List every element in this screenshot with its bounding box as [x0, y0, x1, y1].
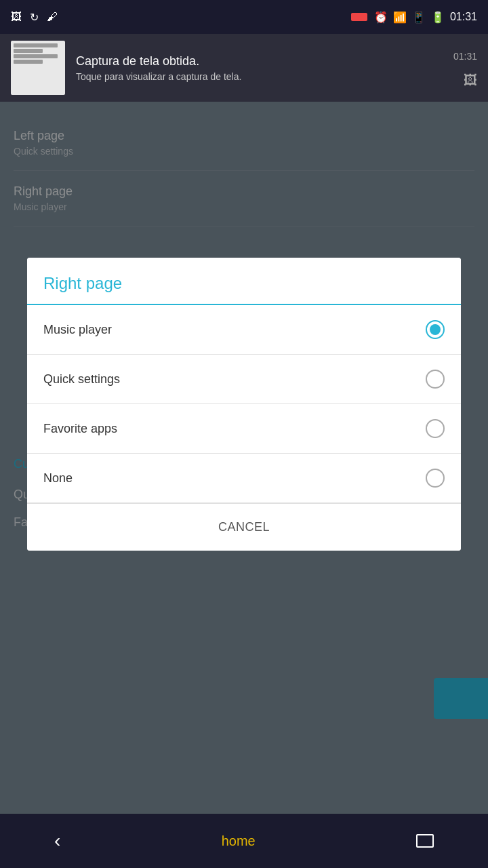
- thumb-line-1: [14, 43, 58, 47]
- home-label[interactable]: home: [222, 833, 256, 849]
- clock-icon: ⏰: [374, 11, 388, 24]
- none-radio[interactable]: [426, 469, 445, 488]
- signal-icon: 📱: [412, 11, 426, 24]
- cancel-button[interactable]: Cancel: [197, 515, 291, 540]
- notification-time: 01:31: [453, 51, 477, 62]
- back-button[interactable]: ‹: [54, 830, 60, 852]
- notification-meta: 01:31 🖼: [453, 48, 477, 88]
- favorite-apps-option-label: Favorite apps: [43, 422, 117, 436]
- notification-subtitle: Toque para visualizar a captura de tela.: [76, 71, 443, 82]
- dialog-cancel-bar: Cancel: [27, 504, 461, 551]
- dialog-option-favorite-apps[interactable]: Favorite apps: [27, 404, 461, 454]
- thumb-line-3: [14, 54, 58, 58]
- nav-bar: ‹ home: [0, 814, 488, 868]
- status-bar: 🖼 ↻ 🖌 ⏰ 📶 📱 🔋 01:31: [0, 0, 488, 34]
- music-player-label: Music player: [43, 323, 112, 337]
- none-option-label: None: [43, 471, 73, 486]
- sync-icon: ↻: [30, 11, 39, 24]
- notification-title: Captura de tela obtida.: [76, 54, 443, 68]
- dialog-option-music-player[interactable]: Music player: [27, 305, 461, 355]
- recent-apps-button[interactable]: [416, 834, 434, 848]
- quick-settings-option-label: Quick settings: [43, 372, 120, 387]
- right-page-dialog: Right page Music player Quick settings F…: [27, 258, 461, 551]
- thumb-line-2: [14, 49, 43, 53]
- music-player-radio-inner: [430, 324, 441, 335]
- dialog-option-quick-settings[interactable]: Quick settings: [27, 355, 461, 404]
- battery-strip: [351, 13, 367, 21]
- wifi-icon: 📶: [393, 11, 407, 24]
- thumb-line-4: [14, 60, 43, 64]
- notification-thumbnail: [11, 41, 65, 95]
- status-icons-right: ⏰ 📶 📱 🔋 01:31: [351, 11, 477, 24]
- notification-banner[interactable]: Captura de tela obtida. Toque para visua…: [0, 34, 488, 102]
- dialog-title-bar: Right page: [27, 258, 461, 305]
- music-player-radio[interactable]: [426, 320, 445, 339]
- quick-settings-radio[interactable]: [426, 370, 445, 389]
- status-time: 01:31: [450, 11, 477, 23]
- dialog-title: Right page: [43, 274, 445, 293]
- dialog-option-none[interactable]: None: [27, 454, 461, 503]
- battery-icon: 🔋: [431, 11, 445, 24]
- status-icons-left: 🖼 ↻ 🖌: [11, 11, 58, 24]
- notification-image-icon: 🖼: [464, 73, 477, 88]
- brush-icon: 🖌: [47, 11, 58, 23]
- favorite-apps-radio[interactable]: [426, 419, 445, 438]
- notification-content: Captura de tela obtida. Toque para visua…: [76, 54, 443, 82]
- image-icon: 🖼: [11, 11, 22, 23]
